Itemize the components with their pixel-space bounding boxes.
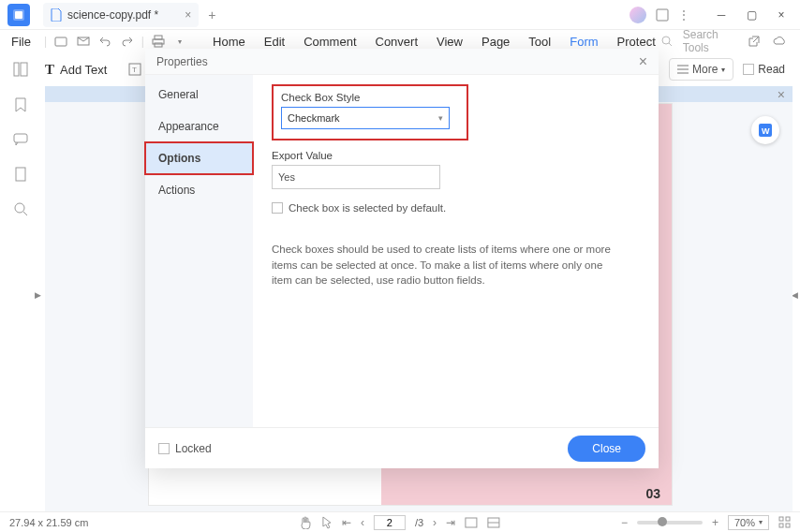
read-checkbox[interactable]: Read <box>743 63 785 76</box>
search-panel-icon[interactable] <box>14 202 28 216</box>
prev-page-icon[interactable]: ‹ <box>361 516 364 529</box>
select-tool-icon[interactable] <box>321 516 333 529</box>
bookmark-icon[interactable] <box>14 97 27 112</box>
close-window-button[interactable]: × <box>770 4 793 26</box>
tab-appearance[interactable]: Appearance <box>145 111 253 142</box>
export-value-text: Yes <box>278 171 295 183</box>
maximize-button[interactable]: ▢ <box>740 4 763 26</box>
svg-rect-5 <box>155 36 162 39</box>
dialog-content: Check Box Style Checkmark ▾ Export Value… <box>253 75 659 427</box>
page-dimensions: 27.94 x 21.59 cm <box>9 517 88 528</box>
attachment-icon[interactable] <box>14 167 27 182</box>
menu-edit[interactable]: Edit <box>264 35 285 49</box>
default-checked-label: Check box is selected by default. <box>289 202 446 214</box>
share-icon[interactable] <box>656 8 669 22</box>
fit-page-icon[interactable] <box>487 517 500 528</box>
menu-form[interactable]: Form <box>570 35 598 49</box>
menu-protect[interactable]: Protect <box>617 35 656 49</box>
status-bar: 27.94 x 21.59 cm ⇤ ‹ /3 › ⇥ − + 70% ▾ <box>0 511 800 532</box>
left-rail-expand[interactable]: ▶ <box>32 281 43 309</box>
checkbox-icon <box>743 64 754 75</box>
redo-icon[interactable] <box>119 32 136 51</box>
text-icon: T <box>45 62 54 78</box>
zoom-slider[interactable] <box>637 521 703 525</box>
chevron-down-icon: ▾ <box>721 66 725 74</box>
hamburger-icon <box>677 65 689 74</box>
menu-page[interactable]: Page <box>481 35 510 49</box>
dialog-close-icon[interactable]: × <box>639 53 647 70</box>
tab-close-icon[interactable]: × <box>185 8 191 22</box>
info-bar-close-icon[interactable]: × <box>778 87 785 102</box>
minimize-button[interactable]: ─ <box>710 4 733 26</box>
app-logo[interactable] <box>7 4 30 26</box>
page-number-input[interactable] <box>374 515 406 530</box>
cloud-icon[interactable] <box>771 32 787 51</box>
page-total: /3 <box>415 517 423 528</box>
menu-comment[interactable]: Comment <box>304 35 356 49</box>
style-label: Check Box Style <box>281 92 459 103</box>
print-icon[interactable] <box>150 32 167 51</box>
menu-home[interactable]: Home <box>213 35 245 49</box>
first-page-icon[interactable]: ⇤ <box>342 516 351 529</box>
last-page-icon[interactable]: ⇥ <box>446 516 455 529</box>
default-checked-row[interactable]: Check box is selected by default. <box>272 202 640 214</box>
kebab-menu-icon[interactable]: ⋮ <box>678 8 689 22</box>
svg-point-8 <box>662 37 670 44</box>
tab-general[interactable]: General <box>145 79 253 111</box>
dialog-sidebar: General Appearance Options Actions <box>145 75 253 427</box>
export-value-label: Export Value <box>272 150 640 161</box>
zoom-out-icon[interactable]: − <box>621 516 628 529</box>
svg-rect-2 <box>657 9 668 21</box>
tab-options[interactable]: Options <box>145 142 253 174</box>
external-link-icon[interactable] <box>747 32 763 51</box>
properties-dialog: Properties × General Appearance Options … <box>145 49 659 468</box>
menu-view[interactable]: View <box>437 35 463 49</box>
search-tools-input[interactable]: Search Tools <box>683 28 737 54</box>
svg-rect-21 <box>786 517 790 521</box>
fullscreen-icon[interactable] <box>778 516 791 528</box>
dialog-header: Properties × <box>145 49 659 75</box>
svg-rect-22 <box>779 524 783 527</box>
tab-add-icon[interactable]: + <box>208 7 215 22</box>
hand-tool-icon[interactable] <box>300 516 312 529</box>
form-tool-icon[interactable]: T <box>126 60 144 79</box>
add-text-label: Add Text <box>60 63 107 77</box>
search-icon[interactable] <box>661 36 674 48</box>
add-text-button[interactable]: T Add Text <box>45 62 107 78</box>
locked-checkbox[interactable]: Locked <box>158 442 212 455</box>
word-export-badge[interactable]: W <box>751 116 779 144</box>
more-button[interactable]: More ▾ <box>669 58 733 81</box>
slider-knob[interactable] <box>658 517 667 526</box>
file-menu[interactable]: File <box>4 33 38 51</box>
export-value-input[interactable]: Yes <box>272 165 440 189</box>
checkbox-icon <box>272 202 283 214</box>
next-page-icon[interactable]: › <box>433 516 437 529</box>
close-button[interactable]: Close <box>568 436 645 462</box>
menu-tool[interactable]: Tool <box>528 35 551 49</box>
print-dd-icon[interactable]: ▾ <box>171 32 188 51</box>
zoom-value: 70% <box>734 517 755 528</box>
zoom-in-icon[interactable]: + <box>712 516 719 529</box>
avatar-icon[interactable] <box>630 7 646 23</box>
checkbox-style-dropdown[interactable]: Checkmark ▾ <box>281 107 450 129</box>
comment-icon[interactable] <box>13 133 28 146</box>
zoom-level-dropdown[interactable]: 70% ▾ <box>728 515 769 530</box>
pdf-icon <box>51 8 62 22</box>
read-label: Read <box>758 63 785 76</box>
svg-rect-14 <box>16 168 25 181</box>
tab-actions[interactable]: Actions <box>145 174 253 206</box>
svg-rect-11 <box>14 63 19 76</box>
document-tab[interactable]: science-copy.pdf * × <box>43 3 199 27</box>
undo-icon[interactable] <box>96 32 113 51</box>
svg-rect-18 <box>466 518 477 527</box>
mail-icon[interactable] <box>75 32 92 51</box>
thumbnails-icon[interactable] <box>13 62 28 77</box>
menu-convert[interactable]: Convert <box>376 35 419 49</box>
open-icon[interactable] <box>52 32 69 51</box>
fit-width-icon[interactable] <box>465 517 478 528</box>
svg-rect-3 <box>55 37 67 46</box>
chevron-down-icon: ▾ <box>438 113 443 123</box>
checkbox-icon <box>158 443 170 454</box>
locked-label: Locked <box>175 442 212 455</box>
titlebar-actions: ⋮ ─ ▢ × <box>630 4 800 26</box>
